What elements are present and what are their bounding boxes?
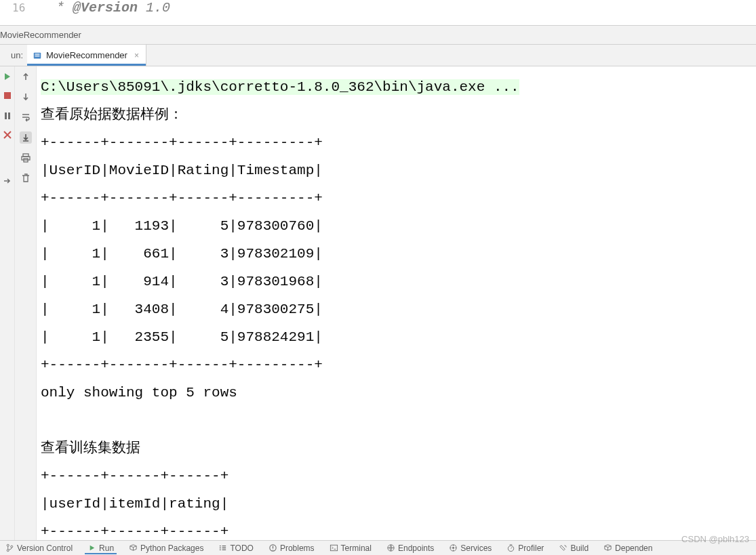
table-row: | 1| 2355| 5|978824291| [41,329,323,345]
application-icon [33,51,42,60]
todo-icon [218,543,227,552]
tab-profiler[interactable]: Profiler [504,543,546,553]
console-output[interactable]: C:\Users\85091\.jdks\corretto-1.8.0_362\… [37,66,756,540]
tab-dependencies[interactable]: Dependen [601,543,655,553]
print-icon[interactable] [20,152,32,164]
dependencies-icon [603,543,612,552]
breadcrumb-item[interactable]: MovieRecommender [0,30,81,40]
tab-terminal[interactable]: Terminal [327,543,374,553]
line-number: 16 [12,0,56,14]
editor-strip: 16 * @Version 1.0 [0,0,756,26]
svg-rect-1 [35,54,40,54]
play-icon [87,543,96,552]
terminal-icon [330,543,338,552]
close-icon[interactable]: × [134,51,139,60]
table-border: +------+-------+------+---------+ [41,357,323,373]
problems-icon [268,543,277,552]
tab-problems[interactable]: Problems [266,543,317,553]
svg-point-10 [7,544,9,546]
pause-icon[interactable] [1,110,14,122]
tab-services[interactable]: Services [446,543,494,553]
svg-point-19 [509,546,514,551]
run-tab-name: MovieRecommender [46,50,127,60]
svg-rect-5 [5,112,7,119]
watermark: CSDN @pblh123 [681,534,749,544]
run-toolwindow-header: un: MovieRecommender × [0,45,756,66]
table-row: | 1| 1193| 5|978300760| [41,218,323,234]
console-text: only showing top 5 rows [41,385,237,400]
table-border: +------+-------+------+---------+ [41,135,323,150]
packages-icon [129,543,138,552]
down-arrow-icon[interactable] [20,91,32,103]
tab-version-control[interactable]: Version Control [3,543,75,553]
command-line: C:\Users\85091\.jdks\corretto-1.8.0_362\… [41,79,519,95]
build-icon [559,543,568,552]
run-tab[interactable]: MovieRecommender × [27,45,146,66]
exit-icon[interactable] [1,129,14,141]
up-arrow-icon[interactable] [20,70,32,83]
table-border: +------+-------+------+---------+ [41,190,323,206]
tab-python-packages[interactable]: Python Packages [126,543,206,553]
console-toolbar [15,66,37,540]
profiler-icon [506,543,515,552]
tab-endpoints[interactable]: Endpoints [384,543,437,553]
console-text: 查看原始据数据样例： [41,107,183,123]
services-icon [449,543,458,552]
tab-run[interactable]: Run [85,542,117,554]
table-header: |userId|itemId|rating| [41,496,228,512]
table-header: |UserID|MovieID|Rating|Timestamp| [41,163,323,178]
soft-wrap-icon[interactable] [20,111,32,123]
svg-rect-15 [330,545,337,550]
svg-rect-4 [4,92,11,99]
svg-point-18 [452,547,454,549]
svg-marker-3 [5,73,10,80]
svg-marker-13 [90,546,95,550]
table-row: | 1| 914| 3|978301968| [41,274,323,289]
svg-point-12 [11,546,13,548]
stop-icon[interactable] [1,89,14,102]
breadcrumb-bar: MovieRecommender [0,26,756,45]
endpoints-icon [386,543,395,552]
tab-build[interactable]: Build [556,543,591,553]
gutter-left [0,66,15,540]
step-icon[interactable] [1,175,14,187]
rerun-icon[interactable] [1,70,14,83]
table-row: | 1| 3408| 4|978300275| [41,302,323,317]
run-toolwindow-body: C:\Users\85091\.jdks\corretto-1.8.0_362\… [0,66,756,540]
tab-todo[interactable]: TODO [216,543,256,553]
table-row: | 1| 661| 3|978302109| [41,246,323,262]
trash-icon[interactable] [20,172,32,184]
branch-icon [5,543,14,552]
table-border: +------+------+------+ [41,468,228,484]
svg-rect-6 [8,112,10,119]
doc-comment: * @Version 1.0 [56,0,170,16]
scroll-to-end-icon[interactable] [20,131,32,144]
svg-rect-2 [35,56,40,56]
table-border: +------+------+------+ [41,524,228,539]
svg-point-11 [7,550,9,552]
console-text: 查看训练集数据 [41,440,140,456]
run-label: un: [0,50,27,60]
bottom-tool-bar: Version Control Run Python Packages TODO… [0,540,756,555]
